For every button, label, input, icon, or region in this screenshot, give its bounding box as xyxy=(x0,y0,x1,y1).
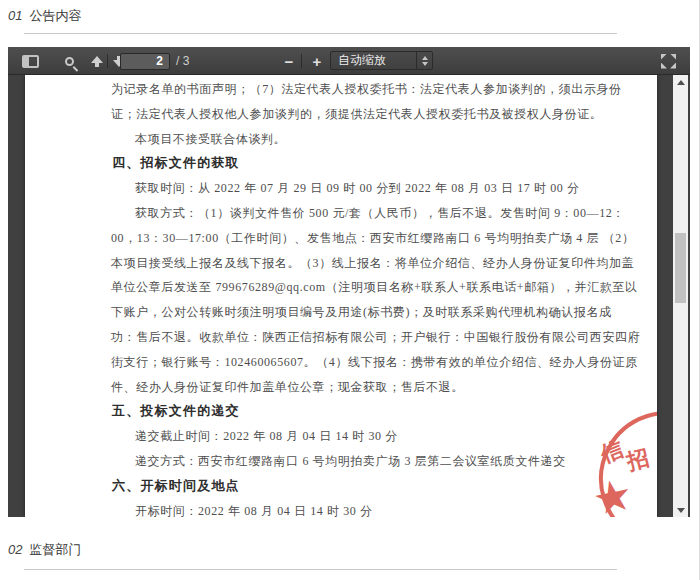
pdf-page: 为记录名单的书面声明；（7）法定代表人授权委托书：法定代表人参加谈判的，须出示身… xyxy=(25,75,657,517)
toolbar-separator xyxy=(301,54,302,68)
plus-icon: + xyxy=(308,53,326,70)
section-announcement-header: 01公告内容 xyxy=(8,7,81,25)
toolbar-separator xyxy=(107,54,108,68)
doc-text-line: 街支行；银行账号：102460065607。（4）线下报名：携带有效的单位介绍信… xyxy=(111,350,651,375)
section-title: 监督部门 xyxy=(29,542,81,557)
doc-text-line: 本项目不接受联合体谈判。 xyxy=(111,127,651,152)
section-title: 公告内容 xyxy=(29,8,81,23)
triangle-down-icon xyxy=(677,508,685,513)
doc-text-line: 00，13：30—17:00（工作时间）、发售地点：西安市红缨路南口 6 号均明… xyxy=(111,226,651,251)
presentation-mode-button[interactable] xyxy=(661,47,676,75)
page-number-group: 2 / 3 xyxy=(120,47,189,75)
sidebar-toggle-button[interactable] xyxy=(22,47,39,75)
zoom-select-value: 自动缩放 xyxy=(331,52,416,69)
zoom-select-dropdown[interactable]: 自动缩放 xyxy=(330,51,433,70)
doc-heading: 六、开标时间及地点 xyxy=(111,474,651,499)
document-lines: 为记录名单的书面声明；（7）法定代表人授权委托书：法定代表人参加谈判的，须出示身… xyxy=(111,77,651,517)
doc-heading: 四、招标文件的获取 xyxy=(111,151,651,176)
zoom-in-button[interactable]: + xyxy=(308,47,326,75)
doc-text-line: 件、经办人身份证复印件加盖单位公章；现金获取；售后不退。 xyxy=(111,375,651,400)
pdf-content-area: 为记录名单的书面声明；（7）法定代表人授权委托书：法定代表人参加谈判的，须出示身… xyxy=(8,75,690,517)
page-number-input[interactable]: 2 xyxy=(120,53,170,70)
section-divider xyxy=(24,569,617,570)
doc-text-line: 为记录名单的书面声明；（7）法定代表人授权委托书：法定代表人参加谈判的，须出示身… xyxy=(111,77,651,102)
doc-text-line: 获取方式：（1）谈判文件售价 500 元/套（人民币），售后不退。发售时间 9：… xyxy=(111,201,651,226)
pdf-toolbar: 2 / 3 − + 自动缩放 xyxy=(8,47,690,75)
arrow-up-icon xyxy=(90,56,104,67)
zoom-out-button[interactable]: − xyxy=(280,47,298,75)
minus-icon: − xyxy=(280,53,298,70)
section-number: 01 xyxy=(8,8,22,23)
doc-text-line: 单位公章后发送至 799676289@qq.com（注明项目名称+联系人+联系电… xyxy=(111,275,651,300)
doc-text-line: 证；法定代表人授权他人参加谈判的，须提供法定代表人授权委托书及被授权人身份证。 xyxy=(111,102,651,127)
expand-icon xyxy=(661,54,676,69)
section-divider xyxy=(24,33,617,34)
doc-text-line: 下账户，公对公转账时须注明项目编号及用途(标书费)；及时联系采购代理机构确认报名… xyxy=(111,300,651,325)
pdf-viewer: 2 / 3 − + 自动缩放 为记录名单的书面声明；（7）法定代表人 xyxy=(8,47,690,517)
doc-text-line: 获取时间：从 2022 年 07 月 29 日 09 时 00 分到 2022 … xyxy=(111,176,651,201)
page: 01公告内容 2 / 3 − xyxy=(0,0,700,580)
chevron-up-down-icon xyxy=(416,52,432,69)
previous-page-button[interactable] xyxy=(90,47,104,75)
scroll-down-button[interactable] xyxy=(673,503,688,517)
triangle-up-icon xyxy=(677,80,685,85)
section-number: 02 xyxy=(8,542,22,557)
find-button[interactable] xyxy=(65,47,74,75)
vertical-scrollbar[interactable] xyxy=(673,75,688,517)
page-count-label: / 3 xyxy=(176,54,189,68)
doc-heading: 五、投标文件的递交 xyxy=(111,399,651,424)
section-supervision-header: 02监督部门 xyxy=(8,541,81,559)
doc-text-line: 递交方式：西安市红缨路南口 6 号均明拍卖广场 3 层第二会议室纸质文件递交 xyxy=(111,449,651,474)
scrollbar-thumb[interactable] xyxy=(675,233,686,303)
sidebar-toggle-icon xyxy=(22,55,39,68)
scroll-up-button[interactable] xyxy=(673,75,688,89)
doc-text-line: 递交截止时间：2022 年 08 月 04 日 14 时 30 分 xyxy=(111,424,651,449)
doc-text-line: 开标时间：2022 年 08 月 04 日 14 时 30 分 xyxy=(111,499,651,517)
search-icon xyxy=(65,57,74,66)
doc-text-line: 功：售后不退。收款单位：陕西正信招标有限公司；开户银行：中国银行股份有限公司西安… xyxy=(111,325,651,350)
doc-text-line: 本项目接受线上报名及线下报名。（3）线上报名：将单位介绍信、经办人身份证复印件均… xyxy=(111,251,651,276)
